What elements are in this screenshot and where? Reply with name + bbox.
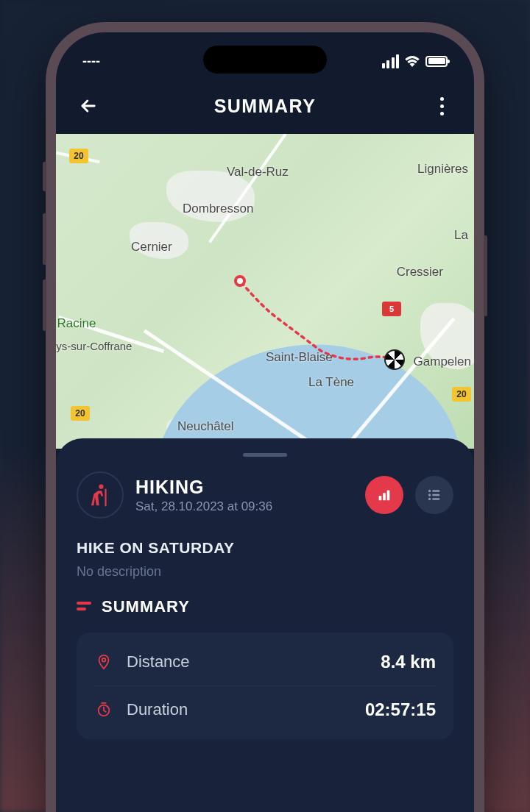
map-label: Neuchâtel [177,419,234,434]
screen: ---- SUMMARY [56,32,474,812]
svg-point-0 [99,485,103,489]
activity-type-label: HIKING [135,477,353,498]
section-lines-icon [77,600,93,613]
map-label: t Racine [56,316,96,331]
svg-rect-10 [432,498,439,500]
svg-rect-6 [432,490,439,492]
activity-header: HIKING Sat, 28.10.2023 at 09:36 [77,471,453,519]
svg-point-9 [428,498,431,500]
stat-row-duration: Duration 02:57:15 [94,686,436,733]
power-button [484,235,487,316]
battery-icon [425,56,448,67]
svg-rect-8 [432,494,439,496]
map-label: La Tène [308,375,354,390]
wifi-icon [404,55,420,67]
stats-card: Distance 8.4 km Duration 02:57:15 [77,633,453,739]
map-label: Cressier [397,265,443,279]
hiking-icon [77,471,124,519]
volume-up-button [43,213,46,265]
section-title: SUMMARY [102,597,190,616]
side-button [43,162,46,191]
map-label: Saint-Blaise [266,350,333,365]
activity-description[interactable]: No description [77,564,453,580]
back-button[interactable] [75,93,102,119]
map-label: Gampelen [414,355,471,369]
map-view[interactable]: Val-de-Ruz Dombresson Cernier Lignières … [56,134,474,449]
stat-label: Duration [127,700,365,719]
sheet-grabber[interactable] [243,453,287,457]
section-header: SUMMARY [77,597,453,616]
route-start-marker [234,275,246,287]
distance-pin-icon [94,654,113,670]
map-label: Cernier [131,240,172,254]
page-title: SUMMARY [214,96,317,117]
route-finish-marker [384,349,405,370]
map-label: Lignières [417,162,468,177]
phone-frame: ---- SUMMARY [46,22,484,812]
svg-rect-3 [383,493,386,500]
list-button[interactable] [415,476,453,514]
map-label: Val-de-Ruz [227,165,289,179]
activity-title: HIKE ON SATURDAY [77,539,453,557]
dynamic-island [203,46,327,74]
svg-rect-11 [77,602,91,605]
stat-value: 8.4 km [381,652,436,672]
cellular-signal-icon [382,54,400,68]
map-label: eys-sur-Coffrane [56,340,132,352]
svg-rect-4 [387,491,390,501]
svg-point-13 [102,658,106,662]
more-options-button[interactable] [428,93,455,119]
duration-clock-icon [94,702,113,718]
svg-rect-12 [77,608,86,610]
stat-value: 02:57:15 [365,699,436,720]
road-shield-icon: 20 [69,149,88,163]
app-header: SUMMARY [56,78,474,134]
status-time: ---- [82,54,100,69]
activity-date-label: Sat, 28.10.2023 at 09:36 [135,499,353,514]
road-shield-icon: 20 [71,406,90,421]
svg-rect-2 [379,496,382,500]
svg-point-7 [428,494,431,496]
road-shield-icon: 5 [382,302,401,316]
summary-sheet[interactable]: HIKING Sat, 28.10.2023 at 09:36 HIKE ON … [56,438,474,812]
stat-label: Distance [127,652,381,672]
svg-rect-1 [105,489,106,507]
svg-point-5 [428,490,431,492]
map-label: Dombresson [183,202,253,216]
volume-down-button [43,279,46,331]
stat-row-distance: Distance 8.4 km [94,638,436,686]
road-shield-icon: 20 [452,387,471,402]
chart-button[interactable] [365,476,403,514]
map-label: La [454,228,468,243]
